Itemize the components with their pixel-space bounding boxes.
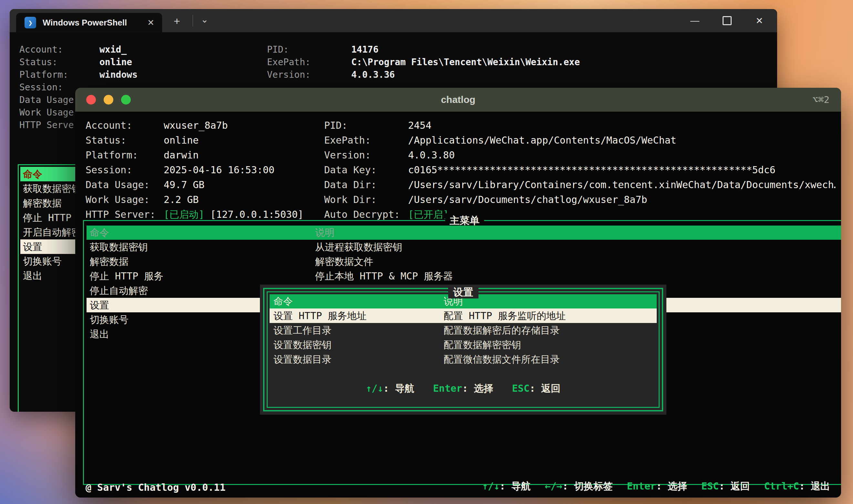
- dialog-key-hints: ↑/↓: 导航 Enter: 选择 ESC: 返回: [269, 382, 657, 395]
- main-menu-header: 命令 说明: [87, 226, 841, 240]
- dialog-row-selected[interactable]: 设置 HTTP 服务地址 配置 HTTP 服务监听的地址: [269, 308, 657, 323]
- chatlog-window: chatlog ⌥⌘2 Account:wxuser_8a7b PID:2454…: [75, 88, 841, 498]
- settings-dialog-title: 设置: [448, 286, 478, 299]
- dialog-row[interactable]: 设置工作目录 配置数据解密后的存储目录: [269, 323, 657, 338]
- maximize-icon: [723, 16, 732, 25]
- cl-info-row: Work Usage:2.2 GB Work Dir:/Users/sarv/D…: [86, 192, 836, 207]
- ps-info-row: Platform:windows Version:4.0.3.36: [19, 68, 777, 81]
- powershell-icon: ❯: [24, 17, 36, 29]
- cl-info-row: Session:2025-04-16 16:53:00 Data Key:c01…: [86, 163, 836, 178]
- new-tab-button[interactable]: +: [174, 15, 180, 28]
- cl-info-row: Status:online ExePath:/Applications/WeCh…: [86, 133, 836, 148]
- powershell-tab-bar: ❯ Windows PowerShell ✕ + ⌄ — ✕: [10, 9, 777, 32]
- tab-separator: [192, 15, 193, 26]
- chatlog-title-bar: chatlog ⌥⌘2: [75, 88, 841, 112]
- tab-title: Windows PowerShell: [42, 18, 147, 28]
- cl-info-row: Account:wxuser_8a7b PID:2454: [86, 118, 836, 133]
- statusbar-key-hints: ↑/↓: 导航 ←/→: 切换标签 Enter: 选择 ESC: 返回 Ctrl…: [482, 480, 830, 493]
- statusbar-app-version: @ Sarv's Chatlog v0.0.11: [86, 482, 225, 493]
- tab-dropdown-icon[interactable]: ⌄: [201, 14, 208, 25]
- main-menu-row[interactable]: 解密数据 解密数据文件: [87, 254, 841, 269]
- dialog-row[interactable]: 设置数据目录 配置微信数据文件所在目录: [269, 352, 657, 366]
- main-menu-row[interactable]: 停止 HTTP 服务 停止本地 HTTP & MCP 服务器: [87, 269, 841, 283]
- dialog-row[interactable]: 设置数据密钥 配置数据解密密钥: [269, 338, 657, 352]
- maximize-button[interactable]: [720, 16, 734, 25]
- settings-dialog: 设置 命令 说明 设置 HTTP 服务地址 配置 HTTP 服务监听的地址 设置…: [260, 285, 666, 415]
- window-controls: — ✕: [688, 9, 766, 32]
- chatlog-info-section: Account:wxuser_8a7b PID:2454 Status:onli…: [86, 118, 836, 222]
- ps-info-row: Status:online ExePath:C:\Program Files\T…: [19, 56, 777, 68]
- cl-info-row: Data Usage:49.7 GB Data Dir:/Users/sarv/…: [86, 178, 836, 192]
- ps-info-row: Account:wxid_ PID:14176: [19, 43, 777, 56]
- close-button[interactable]: ✕: [753, 16, 766, 26]
- window-title: chatlog: [75, 88, 841, 112]
- tab-close-icon[interactable]: ✕: [147, 18, 154, 28]
- cl-info-row: Platform:darwin Version:4.0.3.80: [86, 148, 836, 163]
- main-menu-row[interactable]: 获取数据密钥 从进程获取数据密钥: [87, 240, 841, 254]
- window-shortcut-badge: ⌥⌘2: [813, 88, 830, 112]
- tab-windows-powershell[interactable]: ❯ Windows PowerShell ✕: [16, 13, 162, 32]
- minimize-button[interactable]: —: [688, 16, 701, 26]
